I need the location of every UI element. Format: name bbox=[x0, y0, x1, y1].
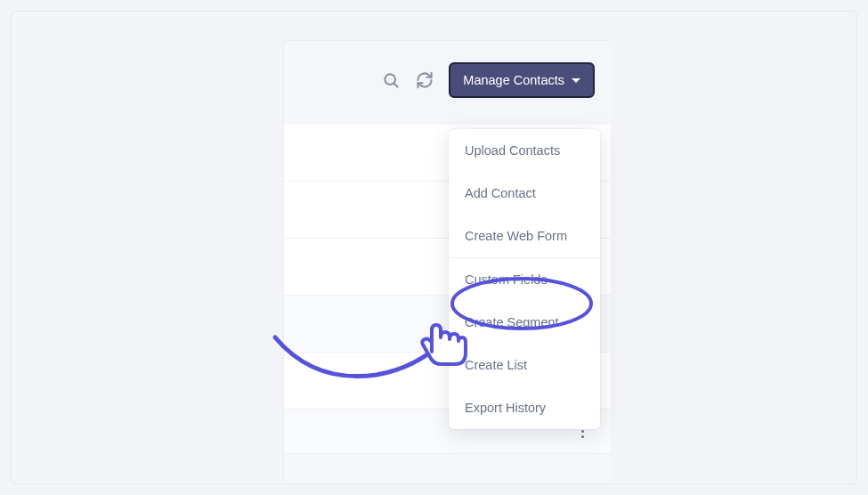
dropdown-item-create-segment[interactable]: Create Segment bbox=[449, 301, 600, 344]
dropdown-item-label: Create Web Form bbox=[465, 229, 567, 243]
refresh-icon[interactable] bbox=[415, 70, 434, 90]
dropdown-item-label: Create Segment bbox=[465, 315, 559, 329]
dropdown-item-export-history[interactable]: Export History bbox=[449, 386, 600, 429]
manage-contacts-dropdown: Upload Contacts Add Contact Create Web F… bbox=[449, 129, 600, 429]
manage-contacts-button[interactable]: Manage Contacts bbox=[449, 62, 595, 98]
chevron-down-icon bbox=[572, 78, 580, 83]
svg-line-1 bbox=[394, 84, 398, 87]
toolbar: Manage Contacts bbox=[284, 41, 611, 119]
dropdown-item-create-list[interactable]: Create List bbox=[449, 344, 600, 386]
manage-contacts-label: Manage Contacts bbox=[463, 73, 564, 87]
dropdown-item-create-web-form[interactable]: Create Web Form bbox=[449, 215, 600, 257]
dropdown-item-label: Upload Contacts bbox=[465, 143, 560, 158]
content-panel: Manage Contacts Upload Contacts Add Cont… bbox=[283, 40, 611, 483]
dropdown-item-label: Custom Fields bbox=[465, 272, 548, 287]
dropdown-item-custom-fields[interactable]: Custom Fields bbox=[449, 258, 600, 301]
dropdown-item-label: Export History bbox=[465, 401, 546, 415]
dropdown-item-label: Add Contact bbox=[465, 186, 536, 200]
dropdown-item-upload-contacts[interactable]: Upload Contacts bbox=[449, 129, 600, 172]
dropdown-item-add-contact[interactable]: Add Contact bbox=[449, 172, 600, 215]
search-icon[interactable] bbox=[381, 70, 401, 90]
dropdown-item-label: Create List bbox=[465, 358, 527, 372]
outer-frame: Manage Contacts Upload Contacts Add Cont… bbox=[11, 11, 857, 484]
